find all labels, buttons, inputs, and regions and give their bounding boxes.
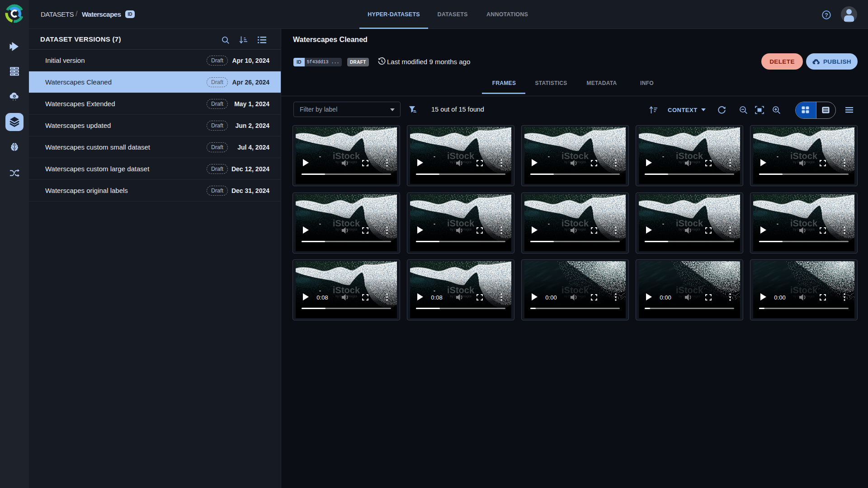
svg-text:?: ? [825,12,828,19]
